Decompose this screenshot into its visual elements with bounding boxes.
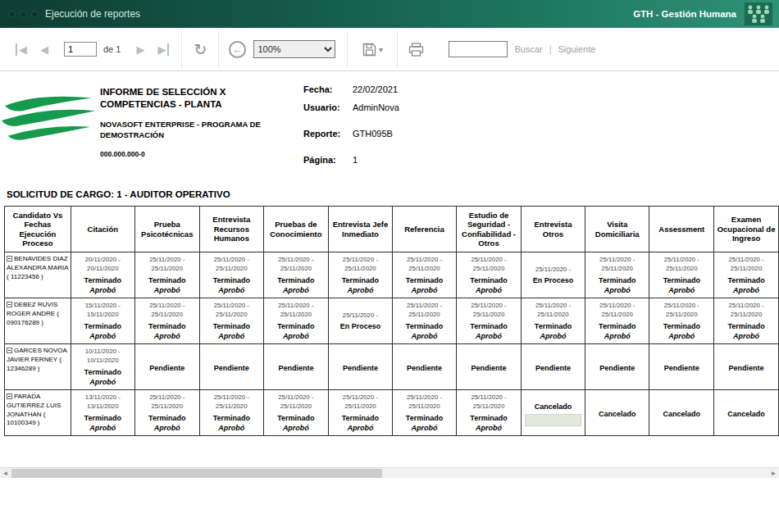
column-header: Examen Ocupacional de Ingreso — [714, 207, 779, 252]
process-result: Aprobó — [586, 332, 649, 340]
people-icon — [745, 2, 772, 25]
process-dates: 25/11/2020 — [265, 311, 327, 320]
process-dates: 25/11/2020 — [201, 265, 262, 274]
process-dates: 25/11/2020 - — [458, 393, 520, 402]
process-cell: 25/11/2020 -25/11/2020TerminadoAprobó — [649, 298, 714, 344]
process-status: Terminado — [72, 322, 134, 330]
process-result: Aprobó — [522, 332, 584, 340]
report-table-container: Candidato Vs Fechas Ejecución ProcesoCit… — [4, 206, 779, 436]
process-dates: 25/11/2020 - — [394, 302, 455, 311]
process-status: En Proceso — [522, 276, 584, 284]
last-page-button[interactable]: ▶ — [152, 37, 175, 61]
report-header: INFORME DE SELECCIÓN X COMPETENCIAS - PL… — [0, 71, 779, 173]
search-input[interactable] — [449, 41, 508, 57]
process-result: Aprobó — [715, 332, 777, 340]
process-dates: 10/11/2020 - — [72, 348, 134, 357]
process-dates: 20/11/2020 — [72, 265, 134, 274]
meta-value: 1 — [353, 155, 358, 165]
scroll-right-icon[interactable]: ► — [768, 468, 779, 479]
process-status: Pendiente — [586, 364, 649, 372]
process-dates: 25/11/2020 - — [265, 302, 327, 311]
back-to-parent-button[interactable]: ← — [226, 37, 248, 61]
process-result: Aprobó — [136, 424, 198, 432]
expand-icon[interactable] — [7, 393, 12, 399]
window-maximize-icon[interactable] — [31, 11, 39, 18]
window-minimize-icon[interactable] — [20, 11, 27, 18]
toolbar-separator — [218, 31, 219, 67]
process-status: Pendiente — [201, 364, 262, 372]
refresh-button[interactable]: ↻ — [189, 37, 212, 61]
process-cell: 25/11/2020 -25/11/2020TerminadoAprobó — [392, 298, 456, 344]
process-cell: Pendiente — [585, 344, 649, 390]
process-result: Aprobó — [650, 286, 713, 294]
process-cell: Pendiente — [199, 344, 263, 390]
process-cell: 25/11/2020 -25/11/2020TerminadoAprobó — [522, 298, 585, 344]
process-result: Aprobó — [265, 424, 327, 432]
process-dates: 25/11/2020 - — [201, 393, 262, 402]
next-page-icon: ▶ — [136, 43, 144, 56]
process-result: Aprobó — [586, 286, 649, 294]
print-icon — [408, 43, 424, 57]
process-result: Aprobó — [715, 286, 777, 294]
page-number-input[interactable] — [64, 42, 97, 57]
process-status: Pendiente — [136, 364, 198, 372]
window-close-icon[interactable] — [8, 11, 16, 18]
process-status: Terminado — [458, 414, 520, 422]
expand-icon[interactable] — [7, 256, 12, 261]
process-dates: 25/11/2020 — [715, 311, 777, 320]
scrollbar-thumb[interactable] — [11, 469, 382, 478]
column-header: Candidato Vs Fechas Ejecución Proceso — [5, 207, 71, 252]
zoom-select[interactable]: 100% — [253, 40, 335, 58]
process-status: Terminado — [522, 322, 584, 330]
candidate-cell: PARADA GUTIERREZ LUIS JONATHAN ( 1010034… — [5, 390, 71, 436]
process-dates: 25/11/2020 — [586, 311, 649, 320]
process-dates: 25/11/2020 - — [330, 256, 391, 265]
process-status: Cancelado — [715, 410, 777, 418]
process-status: Pendiente — [650, 364, 713, 372]
process-cell: 25/11/2020 -25/11/2020TerminadoAprobó — [585, 298, 649, 344]
process-result: Aprobó — [265, 332, 327, 340]
process-cell: 25/11/2020 -25/11/2020TerminadoAprobó — [714, 298, 779, 344]
process-dates: 25/11/2020 - — [458, 256, 520, 265]
process-dates: 10/11/2020 — [72, 357, 134, 366]
process-status: Terminado — [394, 322, 455, 330]
process-result: Aprobó — [394, 286, 455, 294]
process-dates: 25/11/2020 - — [136, 393, 198, 402]
expand-icon[interactable] — [7, 302, 12, 307]
process-cell: Pendiente — [714, 344, 779, 390]
meta-label: Fecha: — [303, 84, 353, 94]
process-dates: 25/11/2020 - — [586, 256, 649, 265]
process-dates: 25/11/2020 — [458, 265, 520, 274]
process-dates: 25/11/2020 - — [201, 302, 262, 311]
process-result: Aprobó — [458, 424, 520, 432]
process-status: Pendiente — [394, 364, 455, 372]
horizontal-scrollbar[interactable]: ◄ ► — [0, 467, 779, 478]
process-dates: 25/11/2020 — [394, 311, 455, 320]
siguiente-link[interactable]: Siguiente — [558, 44, 596, 54]
process-dates: 25/11/2020 — [394, 402, 455, 412]
process-status: Terminado — [136, 322, 198, 330]
process-result: Aprobó — [201, 332, 262, 340]
last-page-icon: ▶ — [157, 43, 169, 56]
process-cell: Cancelado — [585, 390, 649, 436]
previous-page-icon: ◀ — [40, 43, 48, 56]
process-cell: Pendiente — [649, 344, 714, 390]
process-result: Aprobó — [650, 332, 713, 340]
expand-icon[interactable] — [7, 348, 12, 353]
process-cell: 25/11/2020 -25/11/2020TerminadoAprobó — [199, 390, 263, 436]
process-cell: Cancelado — [714, 390, 779, 436]
report-meta: Fecha: 22/02/2021 Usuario: AdminNova Rep… — [303, 84, 399, 173]
process-dates: 13/11/2020 - — [72, 393, 134, 402]
company-id: 000.000.000-0 — [100, 150, 279, 158]
process-status: Cancelado — [586, 410, 649, 418]
previous-page-button[interactable]: ◀ — [33, 37, 56, 61]
export-save-button[interactable]: ▾ — [354, 37, 390, 61]
candidate-name: PARADA GUTIERREZ LUIS JONATHAN ( 1010034… — [7, 393, 61, 426]
next-page-button[interactable]: ▶ — [129, 37, 152, 61]
table-row: GARCES NOVOA JAVIER FERNEY ( 12346289 )1… — [5, 344, 779, 390]
buscar-link[interactable]: Buscar — [514, 44, 542, 54]
scroll-left-icon[interactable]: ◄ — [0, 468, 11, 479]
print-button[interactable] — [404, 37, 427, 61]
first-page-button[interactable]: ◀ — [10, 37, 33, 61]
candidate-name: GARCES NOVOA JAVIER FERNEY ( 12346289 ) — [7, 347, 66, 372]
